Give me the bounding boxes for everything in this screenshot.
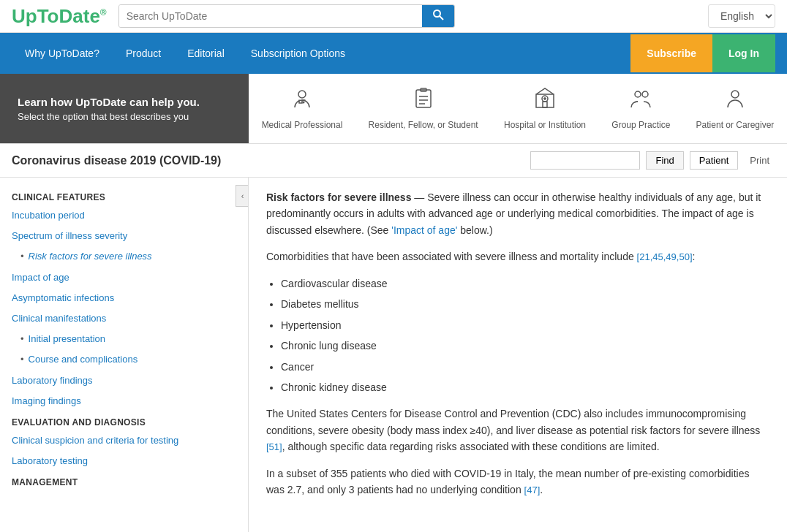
search-input[interactable] (119, 5, 422, 27)
sidebar-item-clinical-manifestations[interactable]: Clinical manifestations (0, 308, 248, 329)
language-selector[interactable]: English (708, 4, 775, 28)
sidebar-collapse-button[interactable]: ‹ (236, 185, 249, 207)
ref-link-1[interactable]: [21,45,49,50] (637, 251, 693, 262)
sidebar-item-initial-presentation[interactable]: Initial presentation (0, 329, 248, 349)
audience-group-practice[interactable]: Group Practice (603, 81, 679, 136)
list-item: Cardiovascular disease (281, 276, 769, 292)
nav-item-why[interactable]: Why UpToDate? (12, 33, 113, 74)
sidebar-section-evaluation: EVALUATION AND DIAGNOSIS (0, 411, 248, 430)
list-item: Chronic lung disease (281, 338, 769, 354)
print-button[interactable]: Print (744, 152, 775, 169)
sidebar-item-incubation[interactable]: Incubation period (0, 205, 248, 226)
audience-promo: Learn how UpToDate can help you. Select … (0, 74, 249, 143)
svg-point-2 (298, 91, 306, 98)
ref-link-2[interactable]: [51] (266, 441, 282, 452)
login-button[interactable]: Log In (712, 34, 775, 72)
risk-header: Risk factors for severe illness (266, 191, 411, 203)
promo-subtitle: Select the option that best describes yo… (18, 111, 231, 122)
content-para1: Risk factors for severe illness — Severe… (266, 189, 769, 238)
ref-link-3[interactable]: [47] (524, 484, 541, 495)
patient-icon (723, 87, 747, 115)
svg-point-0 (434, 10, 440, 17)
find-button[interactable]: Find (646, 151, 683, 170)
content-para3: The United States Centers for Disease Co… (266, 406, 769, 455)
sidebar-item-lab-findings[interactable]: Laboratory findings (0, 370, 248, 391)
svg-point-3 (302, 102, 304, 104)
find-input[interactable] (530, 151, 640, 170)
sidebar-item-spectrum[interactable]: Spectrum of illness severity (0, 226, 248, 246)
audience-bar: Learn how UpToDate can help you. Select … (0, 74, 787, 144)
para4-end: . (540, 484, 543, 495)
audience-hospital[interactable]: Hospital or Institution (495, 81, 595, 136)
page-title-bar: Coronavirus disease 2019 (COVID-19) Find… (0, 144, 787, 178)
audience-resident[interactable]: Resident, Fellow, or Student (360, 81, 487, 136)
sidebar: ‹ CLINICAL FEATURES Incubation period Sp… (0, 178, 249, 532)
search-icon (432, 9, 444, 20)
audience-patient-label: Patient or Caregiver (696, 120, 775, 130)
sidebar-item-imaging[interactable]: Imaging findings (0, 391, 248, 411)
sidebar-item-lab-testing[interactable]: Laboratory testing (0, 451, 248, 471)
content-para2: Comorbidities that have been associated … (266, 248, 769, 265)
para1-end: below.) (457, 224, 492, 236)
para1-em: — (411, 191, 427, 203)
list-item: Hypertension (281, 317, 769, 333)
svg-point-15 (642, 91, 648, 97)
nav-item-subscription[interactable]: Subscription Options (238, 33, 358, 74)
impact-of-age-link[interactable]: 'Impact of age' (391, 224, 457, 236)
nav-item-product[interactable]: Product (113, 33, 174, 74)
audience-resident-label: Resident, Fellow, or Student (369, 120, 478, 130)
title-controls: Find Patient Print (530, 151, 775, 170)
logo-text: UpToDate (12, 5, 100, 27)
para2-end: : (693, 251, 696, 262)
content-para4: In a subset of 355 patients who died wit… (266, 466, 769, 498)
sidebar-item-impact-age[interactable]: Impact of age (0, 267, 248, 288)
subscribe-button[interactable]: Subscribe (630, 34, 712, 72)
promo-title: Learn how UpToDate can help you. (18, 96, 231, 108)
para3-text: The United States Centers for Disease Co… (266, 408, 760, 436)
document-title: Coronavirus disease 2019 (COVID-19) (12, 154, 221, 167)
nav-bar: Why UpToDate? Product Editorial Subscrip… (0, 33, 787, 74)
group-practice-icon (629, 87, 652, 115)
svg-point-16 (731, 91, 739, 98)
patient-button[interactable]: Patient (690, 151, 738, 170)
medical-professional-icon (290, 87, 314, 115)
sidebar-item-risk-factors[interactable]: Risk factors for severe illness (0, 246, 248, 267)
para3-end: , although specific data regarding risks… (282, 441, 660, 452)
sidebar-item-clinical-suspicion[interactable]: Clinical suspicion and criteria for test… (0, 430, 248, 451)
main-layout: ‹ CLINICAL FEATURES Incubation period Sp… (0, 178, 787, 532)
list-item: Diabetes mellitus (281, 296, 769, 312)
sidebar-section-management: MANAGEMENT (0, 471, 248, 490)
resident-icon (412, 87, 435, 115)
sidebar-item-course-complications[interactable]: Course and complications (0, 349, 248, 370)
list-item: Chronic kidney disease (281, 379, 769, 395)
audience-medical-professional[interactable]: Medical Professional (253, 81, 352, 136)
audience-options: Medical Professional Resident, Fellow, o… (249, 74, 787, 143)
search-button[interactable] (422, 5, 454, 27)
comorbidities-list: Cardiovascular disease Diabetes mellitus… (281, 276, 769, 395)
logo-reg: ® (100, 7, 107, 18)
svg-rect-4 (416, 90, 431, 107)
top-bar: UpToDate® English (0, 0, 787, 33)
list-item: Cancer (281, 359, 769, 375)
audience-group-label: Group Practice (611, 120, 670, 130)
audience-patient[interactable]: Patient or Caregiver (688, 81, 783, 136)
svg-rect-10 (543, 102, 547, 107)
nav-item-editorial[interactable]: Editorial (174, 33, 238, 74)
logo[interactable]: UpToDate® (12, 5, 107, 28)
sidebar-item-asymptomatic[interactable]: Asymptomatic infections (0, 288, 248, 308)
para4-text: In a subset of 355 patients who died wit… (266, 468, 749, 495)
svg-point-14 (635, 91, 641, 97)
svg-line-1 (440, 16, 443, 20)
hospital-icon (533, 87, 557, 115)
search-container (118, 4, 455, 28)
audience-hospital-label: Hospital or Institution (504, 120, 586, 130)
para2-text: Comorbidities that have been associated … (266, 251, 637, 262)
sidebar-section-clinical: CLINICAL FEATURES (0, 186, 248, 205)
content-area: Risk factors for severe illness — Severe… (249, 178, 787, 532)
audience-medical-label: Medical Professional (262, 120, 343, 130)
